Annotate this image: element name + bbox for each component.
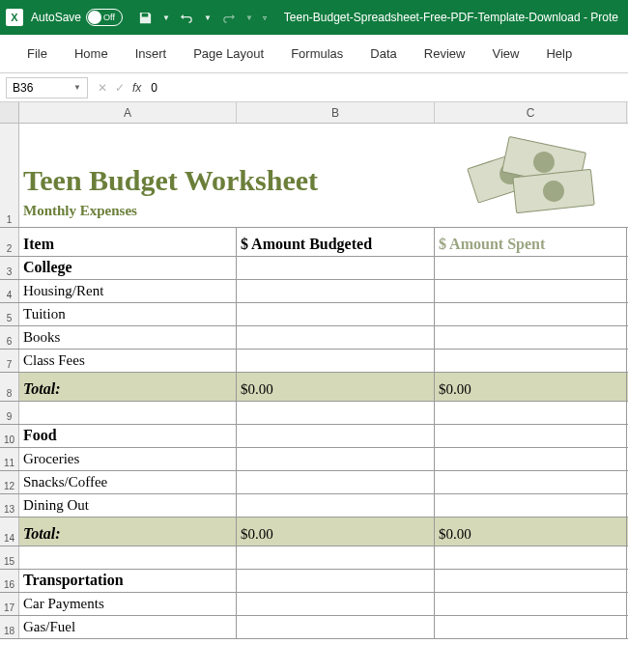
name-box-dropdown-icon[interactable]: ▼ — [73, 83, 81, 92]
cell[interactable] — [435, 257, 627, 279]
header-item[interactable]: Item — [19, 228, 237, 256]
cell[interactable]: Books — [19, 326, 237, 349]
row-header[interactable]: 15 — [0, 546, 19, 569]
cell[interactable]: $0.00 — [435, 373, 627, 401]
col-header-b[interactable]: B — [237, 102, 435, 123]
row-header[interactable]: 13 — [0, 494, 19, 517]
toggle-switch[interactable]: Off — [86, 9, 123, 26]
cell[interactable] — [435, 303, 627, 325]
tab-data[interactable]: Data — [357, 37, 410, 70]
save-icon[interactable] — [138, 11, 153, 25]
cell[interactable] — [237, 350, 435, 372]
tab-formulas[interactable]: Formulas — [277, 37, 357, 70]
tab-help[interactable]: Help — [532, 37, 585, 70]
cell[interactable] — [237, 546, 435, 569]
undo-dropdown-icon[interactable]: ▼ — [204, 14, 212, 22]
cell[interactable]: Tuition — [19, 303, 237, 325]
cell[interactable] — [435, 471, 627, 493]
worksheet-subtitle: Monthly Expenses — [23, 203, 137, 219]
autosave-toggle[interactable]: AutoSave Off — [31, 9, 123, 26]
cell[interactable] — [435, 616, 627, 638]
cell[interactable]: $0.00 — [435, 518, 627, 546]
row-header[interactable]: 11 — [0, 448, 19, 470]
row-header[interactable]: 4 — [0, 280, 19, 302]
cell[interactable] — [237, 616, 435, 638]
cell[interactable]: Total: — [19, 518, 237, 546]
cell[interactable]: Class Fees — [19, 350, 237, 372]
row-header[interactable]: 6 — [0, 326, 19, 349]
col-header-a[interactable]: A — [19, 102, 237, 123]
cell[interactable]: Car Payments — [19, 593, 237, 615]
cell[interactable]: College — [19, 257, 237, 279]
cell[interactable] — [237, 425, 435, 447]
qat-overflow-icon[interactable]: ▿ — [263, 14, 267, 22]
cell[interactable] — [19, 546, 237, 569]
tab-view[interactable]: View — [478, 37, 532, 70]
row-header[interactable]: 7 — [0, 350, 19, 372]
cell[interactable] — [435, 593, 627, 615]
cell[interactable] — [237, 280, 435, 302]
row-header[interactable]: 1 — [0, 124, 19, 227]
cell[interactable]: Groceries — [19, 448, 237, 470]
row-header[interactable]: 9 — [0, 402, 19, 424]
cell[interactable]: Dining Out — [19, 494, 237, 517]
header-spent[interactable]: $ Amount Spent — [435, 228, 627, 256]
cell[interactable]: Food — [19, 425, 237, 447]
cell[interactable] — [237, 593, 435, 615]
fx-icon[interactable]: fx — [132, 81, 141, 95]
cell[interactable]: Total: — [19, 373, 237, 401]
cell[interactable] — [237, 257, 435, 279]
cell[interactable] — [19, 402, 237, 424]
row-header[interactable]: 2 — [0, 228, 19, 256]
row-header[interactable]: 3 — [0, 257, 19, 279]
cell[interactable] — [435, 570, 627, 592]
row-header[interactable]: 5 — [0, 303, 19, 325]
cell[interactable]: Transportation — [19, 570, 237, 592]
cell[interactable] — [237, 471, 435, 493]
cell[interactable] — [237, 570, 435, 592]
row-header[interactable]: 18 — [0, 616, 19, 638]
money-image — [456, 134, 606, 216]
cell[interactable]: $0.00 — [237, 373, 435, 401]
cell[interactable] — [237, 326, 435, 349]
name-box[interactable]: B36 ▼ — [6, 77, 88, 98]
cell[interactable]: Gas/Fuel — [19, 616, 237, 638]
row-header[interactable]: 12 — [0, 471, 19, 493]
row-header[interactable]: 8 — [0, 373, 19, 401]
autosave-state: Off — [103, 13, 115, 22]
row-header[interactable]: 16 — [0, 570, 19, 592]
header-budgeted[interactable]: $ Amount Budgeted — [237, 228, 435, 256]
cell[interactable] — [435, 425, 627, 447]
redo-dropdown-icon[interactable]: ▼ — [245, 14, 253, 22]
cell[interactable] — [237, 303, 435, 325]
cell[interactable] — [435, 280, 627, 302]
formula-input[interactable]: 0 — [149, 79, 628, 97]
cell[interactable] — [237, 494, 435, 517]
redo-icon[interactable] — [221, 11, 236, 25]
row-header[interactable]: 10 — [0, 425, 19, 447]
col-header-c[interactable]: C — [435, 102, 627, 123]
cell[interactable]: $0.00 — [237, 518, 435, 546]
cell[interactable] — [435, 402, 627, 424]
cell[interactable]: Housing/Rent — [19, 280, 237, 302]
tab-file[interactable]: File — [14, 37, 61, 70]
row-header[interactable]: 17 — [0, 593, 19, 615]
cell[interactable] — [435, 326, 627, 349]
cell[interactable] — [435, 494, 627, 517]
tab-home[interactable]: Home — [61, 37, 122, 70]
cell[interactable]: Snacks/Coffee — [19, 471, 237, 493]
cell[interactable] — [435, 350, 627, 372]
row-header[interactable]: 14 — [0, 518, 19, 546]
qat-dropdown-icon[interactable]: ▼ — [162, 14, 170, 22]
select-all-corner[interactable] — [0, 102, 19, 123]
tab-review[interactable]: Review — [411, 37, 479, 70]
cell[interactable] — [237, 448, 435, 470]
cell[interactable] — [435, 448, 627, 470]
autosave-label: AutoSave — [31, 11, 81, 24]
tab-insert[interactable]: Insert — [122, 37, 181, 70]
undo-icon[interactable] — [180, 11, 194, 25]
tab-page-layout[interactable]: Page Layout — [180, 37, 277, 70]
cell[interactable] — [435, 546, 627, 569]
cell[interactable] — [237, 402, 435, 424]
document-title: Teen-Budget-Spreadsheet-Free-PDF-Templat… — [284, 11, 618, 24]
